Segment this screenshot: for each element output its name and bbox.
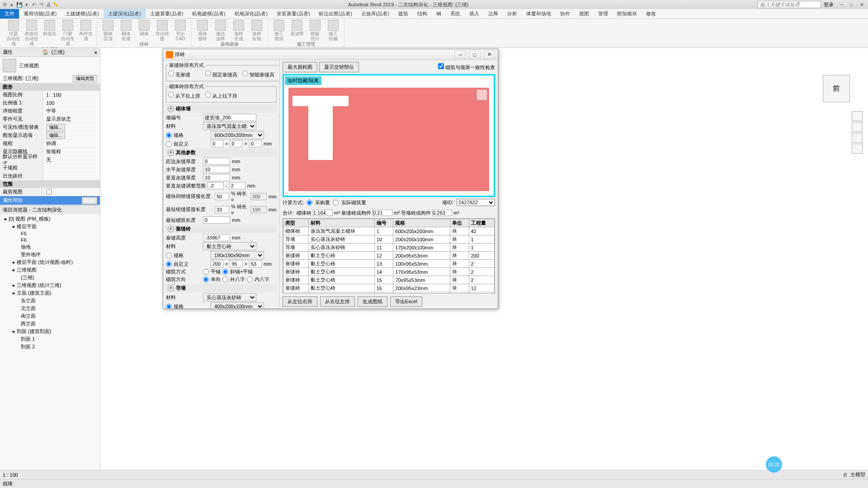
nav-orbit-icon[interactable] (852, 144, 863, 154)
maximize-icon[interactable]: □ (850, 2, 856, 8)
param-input[interactable] (203, 174, 230, 181)
ribbon-button[interactable]: 过梁自动生成 (5, 20, 22, 46)
view-cube[interactable]: 前 (823, 75, 850, 102)
fs1-option[interactable]: 固定塞缝高 (205, 70, 241, 78)
tree-item[interactable]: ▸ 三维视图 (0, 266, 100, 274)
max-loss-button[interactable]: 最大损耗图 (283, 62, 317, 72)
seam-h-input[interactable] (230, 260, 242, 267)
dialog-minimize-icon[interactable]: ─ (454, 51, 466, 59)
table-row[interactable]: 砌体砖蒸压加气混凝土砌块1600x200x200mm块42 (283, 227, 495, 235)
min-brick-input[interactable] (203, 216, 230, 224)
print-icon[interactable]: 🖨 (45, 1, 52, 8)
ribbon-tab[interactable]: 通用功能(品者) (19, 9, 61, 19)
adj-min-input[interactable] (208, 182, 224, 189)
ribbon-button[interactable]: 施工模拟 (271, 20, 287, 41)
ribbon-button[interactable]: 做法放样 (212, 20, 229, 41)
ribbon-button[interactable]: 模板统计 (307, 20, 323, 41)
ribbon-button[interactable]: 砌体 (136, 20, 152, 41)
home-icon[interactable]: 🏠 (42, 49, 49, 55)
tree-item[interactable]: ▸ [0] 视图 (PM_模板) (0, 215, 100, 223)
ribbon-button[interactable]: 导出砖图 (154, 20, 170, 41)
property-row[interactable]: 可见性/图形替换编辑... (0, 123, 100, 131)
tree-item[interactable]: 剖面 1 (0, 335, 100, 343)
property-row[interactable]: 视图比例1 : 100 (0, 91, 100, 99)
seam-material-select[interactable]: 黏土空心砖 (203, 242, 256, 250)
preview-tool-icon[interactable] (476, 89, 487, 100)
app-icon[interactable]: R (2, 1, 8, 8)
close-icon[interactable]: ✕ (860, 2, 866, 8)
spec-select[interactable]: 600x200x200mm (211, 131, 264, 139)
calc-purchase-radio[interactable] (307, 200, 312, 206)
nav-pan-icon[interactable] (852, 122, 863, 132)
ribbon-button[interactable]: 放样绘制 (249, 20, 265, 41)
min-gap-input[interactable] (215, 206, 229, 213)
ribbon-button[interactable]: 构造柱 (42, 20, 58, 46)
custom-w-input[interactable] (211, 140, 223, 147)
ribbon-tab[interactable]: 土建深化(品者) (104, 9, 146, 19)
ribbon-tab[interactable]: 体量和场地 (522, 9, 556, 19)
action-button[interactable]: 从左往右排 (283, 296, 317, 307)
adj-max-input[interactable] (229, 182, 245, 189)
ribbon-tab[interactable]: 修改 (642, 9, 660, 19)
consistency-checkbox[interactable] (438, 63, 444, 69)
minimize-icon[interactable]: ─ (840, 2, 846, 8)
tree-item[interactable]: ▸ 楼层平面 (0, 223, 100, 230)
ribbon-button[interactable]: 砌体压顶 (100, 20, 116, 41)
ribbon-tab[interactable]: 机电建模(品者) (188, 9, 230, 19)
param-input[interactable] (203, 166, 230, 173)
property-row[interactable]: 详细程度中等 (0, 107, 100, 115)
action-button[interactable]: 导出Excel (390, 296, 422, 307)
tree-item[interactable]: 西立面 (0, 320, 100, 328)
ribbon-tab[interactable]: 视图 (575, 9, 594, 19)
edit-type-button[interactable]: 编辑类型 (73, 75, 97, 82)
property-row[interactable]: 规程协调 (0, 140, 100, 148)
guide-spec-select[interactable]: 400x200x100mm (211, 302, 264, 309)
seam-spec-radio[interactable] (166, 253, 172, 258)
section-guide[interactable]: ^导墙 (166, 284, 277, 292)
nav-zoom-icon[interactable] (852, 133, 863, 143)
redo-icon[interactable]: ↷ (38, 1, 44, 8)
tree-item[interactable]: 室外地坪 (0, 251, 100, 258)
ribbon-button[interactable]: 放样生成 (231, 20, 247, 41)
tree-item[interactable]: ▸ 立面 (建筑立面) (0, 289, 100, 297)
property-row[interactable]: 日光路径 (0, 172, 100, 180)
section-other[interactable]: ^其他参数 (166, 148, 277, 157)
dialog-close-icon[interactable]: ✕ (483, 51, 495, 59)
ribbon-tab[interactable]: 建筑 (394, 9, 413, 19)
bd-single-radio[interactable] (203, 277, 209, 282)
seam-d-input[interactable] (249, 260, 262, 267)
tree-item[interactable]: 东立面 (0, 297, 100, 305)
ribbon-tab[interactable]: 结构 (413, 9, 432, 19)
table-row[interactable]: 砌体砖蒸压加气混凝土砌块17280x200x200mm块3 (283, 292, 495, 294)
undo-icon[interactable]: ↶ (31, 1, 37, 8)
seam-custom-radio[interactable] (166, 261, 172, 267)
fs2-option[interactable]: 从上往下排 (205, 92, 241, 99)
seam-height-input[interactable] (203, 234, 230, 241)
guide-material-select[interactable]: 实心蒸压灰砂砖 (203, 293, 256, 301)
table-row[interactable]: 导墙实心蒸压灰砂砖11170x200x100mm块1 (283, 244, 495, 252)
tree-item[interactable]: F6 (0, 237, 100, 243)
nav-wheel-icon[interactable] (852, 111, 863, 121)
tree-item[interactable]: 剖面 2 (0, 343, 100, 351)
calc-actual-radio[interactable] (333, 200, 339, 206)
custom-radio[interactable] (166, 141, 172, 147)
ribbon-tab[interactable]: 管理 (594, 9, 613, 19)
ribbon-tab[interactable]: 钢 (432, 9, 446, 19)
seam-w-input[interactable] (211, 260, 223, 267)
spec-radio[interactable] (166, 132, 172, 138)
table-row[interactable]: 塞缝砖黏土空心砖16200x95x23mm块12 (283, 284, 495, 292)
table-row[interactable]: 导墙实心蒸压灰砂砖10200x200x100mm块1 (283, 235, 495, 244)
ribbon-tab[interactable]: 安装算量(品者) (272, 9, 314, 19)
ribbon-tab[interactable]: 标注出图(品者) (314, 9, 356, 19)
help-search-input[interactable] (758, 1, 821, 8)
tree-item[interactable]: 场地 (0, 243, 100, 251)
ribbon-button[interactable]: 墙体放样 (194, 20, 211, 41)
ribbon-tab[interactable]: 系统 (446, 9, 465, 19)
tab-file[interactable]: 文件 (0, 9, 19, 19)
guide-spec-radio[interactable] (166, 304, 172, 309)
table-row[interactable]: 塞缝砖黏土空心砖13100x95x53mm块2 (283, 260, 495, 268)
open-icon[interactable]: ▸ (9, 1, 15, 8)
measure-icon[interactable]: 📏 (52, 1, 59, 8)
zoom-label[interactable]: 1 : 100 (3, 472, 18, 478)
property-row[interactable]: 比例值 1:100 (0, 99, 100, 107)
